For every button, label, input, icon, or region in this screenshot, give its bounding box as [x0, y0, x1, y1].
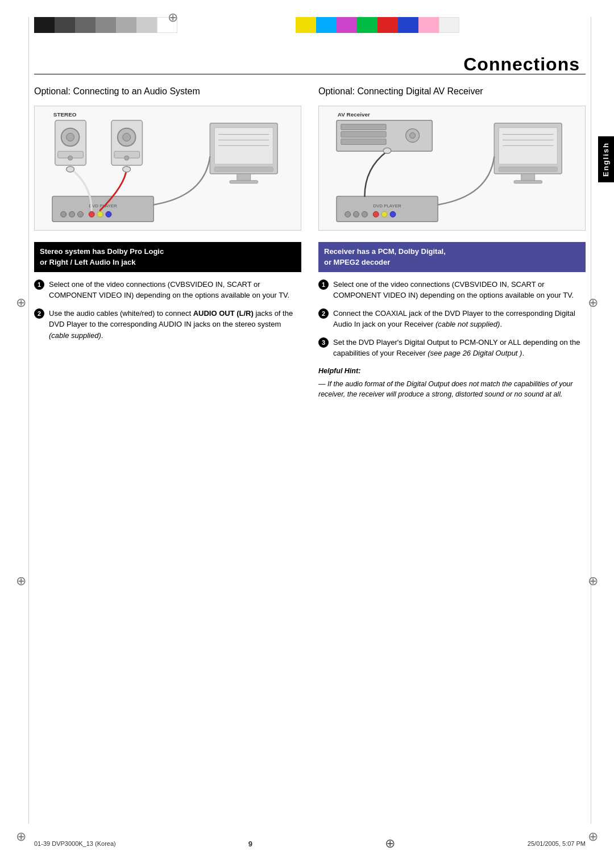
- bar-green: [357, 17, 377, 33]
- svg-rect-52: [514, 181, 542, 183]
- bar-cyan: [316, 17, 337, 33]
- svg-point-39: [354, 212, 359, 218]
- left-steps-list: 1 Select one of the video connections (C…: [34, 279, 301, 341]
- bar-yellow: [296, 17, 316, 33]
- svg-point-17: [97, 212, 103, 218]
- left-col-header: Optional: Connecting to an Audio System: [34, 85, 301, 98]
- svg-rect-28: [230, 181, 258, 183]
- columns-top: Optional: Connecting to an Audio System …: [34, 85, 586, 400]
- bar-white2: [439, 17, 459, 33]
- right-step-2-text: Connect the COAXIAL jack of the DVD Play…: [333, 308, 586, 330]
- svg-point-42: [381, 212, 387, 218]
- right-step-1: 1 Select one of the video connections (C…: [318, 279, 586, 301]
- svg-rect-27: [237, 174, 251, 181]
- svg-point-35: [410, 133, 416, 139]
- step-num-2: 2: [34, 308, 44, 319]
- right-step-2: 2 Connect the COAXIAL jack of the DVD Pl…: [318, 308, 586, 330]
- left-section-header-line2: or Right / Left Audio In jack: [40, 258, 136, 266]
- svg-point-5: [68, 156, 73, 161]
- page-title: Connections: [0, 54, 580, 75]
- svg-rect-51: [521, 174, 535, 181]
- left-step-1: 1 Select one of the video connections (C…: [34, 279, 301, 301]
- right-border-line: [591, 17, 591, 824]
- svg-point-8: [123, 133, 131, 141]
- svg-text:AV Receiver: AV Receiver: [338, 111, 370, 118]
- main-content: Optional: Connecting to an Audio System …: [34, 80, 586, 823]
- helpful-hint-dash: —: [318, 380, 327, 388]
- svg-point-15: [77, 212, 83, 218]
- right-column: Optional: Connecting Digital AV Receiver…: [318, 85, 586, 400]
- bar-darkgray: [55, 17, 75, 33]
- helpful-hint: Helpful Hint: — If the audio format of t…: [318, 366, 586, 400]
- svg-point-14: [69, 212, 75, 218]
- right-step-3: 3 Set the DVD Player's Digital Output to…: [318, 337, 586, 359]
- svg-rect-36: [337, 197, 438, 222]
- bar-lightgray: [116, 17, 136, 33]
- left-step-2: 2 Use the audio cables (white/red) to co…: [34, 308, 301, 341]
- svg-point-3: [67, 133, 74, 141]
- svg-point-44: [383, 148, 391, 154]
- svg-rect-26: [214, 167, 273, 172]
- av-diagram: AV Receiver DVD PLAYER: [318, 106, 586, 231]
- svg-point-43: [390, 212, 396, 218]
- svg-point-13: [61, 212, 67, 218]
- crosshair-footer-center: ⊕: [385, 836, 395, 851]
- crosshair-left-lower: ⊕: [16, 574, 26, 589]
- right-col-header: Optional: Connecting Digital AV Receiver: [318, 85, 586, 98]
- stereo-diagram: STEREO DVD PLAYER: [34, 106, 301, 231]
- svg-text:DVD PLAYER: DVD PLAYER: [373, 204, 401, 209]
- left-column: Optional: Connecting to an Audio System …: [34, 85, 301, 400]
- svg-text:STEREO: STEREO: [53, 111, 77, 118]
- svg-rect-31: [341, 124, 386, 130]
- bar-gray: [75, 17, 96, 33]
- crosshair-right-bottom: ⊕: [588, 829, 598, 844]
- right-step-3-text: Set the DVD Player's Digital Output to P…: [333, 337, 586, 359]
- crosshair-top-center: ⊕: [168, 10, 178, 25]
- svg-point-20: [123, 166, 131, 172]
- svg-point-38: [345, 212, 351, 218]
- right-step-1-text: Select one of the video connections (CVB…: [333, 279, 586, 301]
- av-svg: AV Receiver DVD PLAYER: [319, 106, 585, 230]
- svg-rect-11: [52, 197, 154, 222]
- crosshair-left-bottom: ⊕: [16, 829, 26, 844]
- helpful-hint-title: Helpful Hint:: [318, 366, 586, 377]
- right-steps-list: 1 Select one of the video connections (C…: [318, 279, 586, 359]
- step-num-1: 1: [34, 279, 44, 290]
- bar-pink: [418, 17, 439, 33]
- bar-verylight: [136, 17, 157, 33]
- color-bars-left: [34, 17, 177, 33]
- right-section-header: Receiver has a PCM, Dolby Digital, or MP…: [318, 242, 586, 272]
- left-border-line: [28, 17, 29, 824]
- svg-point-19: [67, 166, 74, 172]
- footer: 01-39 DVP3000K_13 (Korea) 9 ⊕ 25/01/2005…: [34, 836, 586, 851]
- crosshair-right-mid: ⊕: [588, 295, 598, 310]
- right-step-num-1: 1: [318, 279, 329, 290]
- right-section-header-line1: Receiver has a PCM, Dolby Digital,: [324, 247, 446, 256]
- right-step-num-2: 2: [318, 308, 329, 319]
- crosshair-right-lower: ⊕: [588, 574, 598, 589]
- bar-blue: [398, 17, 418, 33]
- footer-right-text: 25/01/2005, 5:07 PM: [528, 840, 586, 847]
- svg-point-18: [106, 212, 111, 218]
- svg-rect-50: [499, 167, 557, 172]
- left-step-1-text: Select one of the video connections (CVB…: [49, 279, 301, 301]
- right-step-num-3: 3: [318, 337, 329, 348]
- right-section-header-line2: or MPEG2 decoder: [324, 258, 390, 266]
- footer-page-number: 9: [248, 840, 252, 848]
- color-bars-right: [296, 17, 459, 33]
- svg-point-16: [89, 212, 94, 218]
- crosshair-left-mid: ⊕: [16, 295, 26, 310]
- helpful-hint-text: If the audio format of the Digital Outpu…: [318, 380, 572, 399]
- bar-black: [34, 17, 55, 33]
- svg-rect-33: [341, 139, 386, 145]
- language-tab: English: [598, 136, 614, 182]
- stereo-svg: STEREO DVD PLAYER: [35, 106, 301, 230]
- left-step-2-text: Use the audio cables (white/red) to conn…: [49, 308, 301, 341]
- left-section-header-line1: Stereo system has Dolby Pro Logic: [40, 247, 164, 256]
- footer-left-text: 01-39 DVP3000K_13 (Korea): [34, 840, 116, 847]
- svg-point-41: [373, 212, 379, 218]
- left-section-header: Stereo system has Dolby Pro Logic or Rig…: [34, 242, 301, 272]
- svg-point-40: [362, 212, 367, 218]
- bar-midgray: [96, 17, 116, 33]
- svg-point-10: [125, 156, 129, 161]
